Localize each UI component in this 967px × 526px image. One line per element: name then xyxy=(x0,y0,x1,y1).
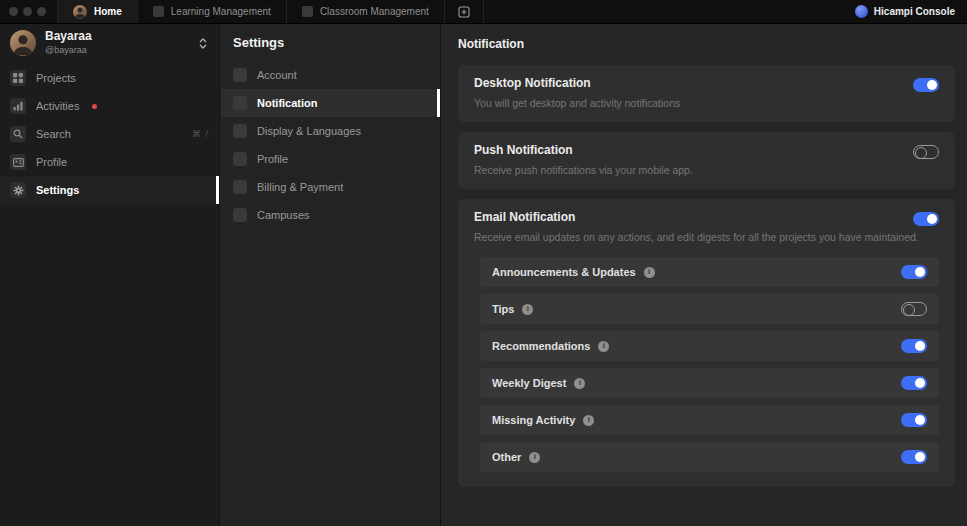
email-notification-options: Announcements & Updates Tips Recommendat… xyxy=(480,257,939,472)
card-title: Push Notification xyxy=(474,143,939,157)
row-recommendations: Recommendations xyxy=(480,331,939,361)
sidebar-item-label: Profile xyxy=(36,156,67,168)
settings-nav-item-label: Profile xyxy=(257,153,288,165)
notification-badge-dot xyxy=(92,104,97,109)
missing-activity-toggle[interactable] xyxy=(901,413,927,427)
row-tips: Tips xyxy=(480,294,939,324)
console-button[interactable]: Hicampi Console xyxy=(843,0,967,23)
settings-gear-icon xyxy=(10,182,26,198)
user-meta: Bayaraa @bayaraa xyxy=(45,30,92,55)
option-label: Announcements & Updates xyxy=(492,266,636,278)
settings-nav: Settings Account Notification Display & … xyxy=(221,24,441,526)
sidebar-item-label: Search xyxy=(36,128,71,140)
workspace-icon xyxy=(302,6,313,17)
sidebar-item-profile[interactable]: Profile xyxy=(0,148,219,176)
option-label: Recommendations xyxy=(492,340,590,352)
sidebar-item-label: Settings xyxy=(36,184,79,196)
settings-cards: Desktop Notification You will get deskto… xyxy=(442,65,967,487)
sidebar-item-label: Projects xyxy=(36,72,76,84)
settings-nav-title: Settings xyxy=(221,24,440,61)
sidebar-item-search[interactable]: Search ⌘ / xyxy=(0,120,219,148)
info-icon[interactable] xyxy=(644,267,655,278)
tips-toggle[interactable] xyxy=(901,302,927,316)
console-label: Hicampi Console xyxy=(874,6,955,17)
sidebar-item-label: Activities xyxy=(36,100,79,112)
card-description: Receive push notifications via your mobi… xyxy=(474,164,939,176)
settings-nav-item-account[interactable]: Account xyxy=(221,61,440,89)
search-shortcut: ⌘ / xyxy=(192,129,209,139)
hicampi-logo-icon xyxy=(855,5,868,18)
info-icon[interactable] xyxy=(574,378,585,389)
settings-nav-item-profile[interactable]: Profile xyxy=(221,145,440,173)
push-notification-toggle[interactable] xyxy=(913,145,939,159)
page-title: Notification xyxy=(442,24,967,65)
info-icon[interactable] xyxy=(598,341,609,352)
card-description: You will get desktop and activity notifi… xyxy=(474,97,939,109)
window-controls xyxy=(0,0,57,23)
announcements-updates-toggle[interactable] xyxy=(901,265,927,279)
info-icon[interactable] xyxy=(529,452,540,463)
app-window: Home Learning Management Classroom Manag… xyxy=(0,0,967,526)
settings-nav-item-campuses[interactable]: Campuses xyxy=(221,201,440,229)
recommendations-toggle[interactable] xyxy=(901,339,927,353)
tab-label: Classroom Management xyxy=(320,6,429,17)
settings-nav-item-label: Display & Languages xyxy=(257,125,361,137)
account-icon xyxy=(233,68,247,82)
plus-icon xyxy=(458,6,470,18)
user-avatar-icon xyxy=(73,5,87,19)
settings-nav-item-billing-payment[interactable]: Billing & Payment xyxy=(221,173,440,201)
search-icon xyxy=(10,126,26,142)
option-label: Missing Activity xyxy=(492,414,575,426)
display-languages-icon xyxy=(233,124,247,138)
row-other: Other xyxy=(480,442,939,472)
info-icon[interactable] xyxy=(583,415,594,426)
profile-icon xyxy=(10,154,26,170)
chevron-up-down-icon[interactable] xyxy=(197,36,209,51)
tab-label: Learning Management xyxy=(171,6,271,17)
tab-learning-management[interactable]: Learning Management xyxy=(137,0,286,23)
avatar xyxy=(10,30,36,56)
option-label: Other xyxy=(492,451,521,463)
window-control-dot[interactable] xyxy=(37,7,46,16)
billing-payment-icon xyxy=(233,180,247,194)
campuses-icon xyxy=(233,208,247,222)
weekly-digest-toggle[interactable] xyxy=(901,376,927,390)
row-missing-activity: Missing Activity xyxy=(480,405,939,435)
topbar: Home Learning Management Classroom Manag… xyxy=(0,0,967,24)
sidebar-item-projects[interactable]: Projects xyxy=(0,64,219,92)
info-icon[interactable] xyxy=(522,304,533,315)
window-control-dot[interactable] xyxy=(23,7,32,16)
settings-nav-item-label: Account xyxy=(257,69,297,81)
sidebar-item-activities[interactable]: Activities xyxy=(0,92,219,120)
notification-icon xyxy=(233,96,247,110)
sidebar: Bayaraa @bayaraa Projects xyxy=(0,24,220,526)
card-email-notification: Email Notification Receive email updates… xyxy=(458,199,955,487)
window-control-dot[interactable] xyxy=(9,7,18,16)
card-title: Email Notification xyxy=(474,210,939,224)
email-notification-toggle[interactable] xyxy=(913,212,939,226)
settings-nav-item-label: Campuses xyxy=(257,209,310,221)
card-push-notification: Push Notification Receive push notificat… xyxy=(458,132,955,189)
user-handle: @bayaraa xyxy=(45,45,92,55)
desktop-notification-toggle[interactable] xyxy=(913,78,939,92)
user-switcher[interactable]: Bayaraa @bayaraa xyxy=(0,24,219,64)
settings-nav-item-display-languages[interactable]: Display & Languages xyxy=(221,117,440,145)
other-toggle[interactable] xyxy=(901,450,927,464)
activities-icon xyxy=(10,98,26,114)
card-title: Desktop Notification xyxy=(474,76,939,90)
settings-nav-item-notification[interactable]: Notification xyxy=(221,89,440,117)
notification-settings-panel: Notification Desktop Notification You wi… xyxy=(442,24,967,526)
card-description: Receive email updates on any actions, an… xyxy=(474,231,939,243)
row-announcements-updates: Announcements & Updates xyxy=(480,257,939,287)
sidebar-item-settings[interactable]: Settings xyxy=(0,176,219,204)
settings-nav-item-label: Billing & Payment xyxy=(257,181,343,193)
card-desktop-notification: Desktop Notification You will get deskto… xyxy=(458,65,955,122)
tab-classroom-management[interactable]: Classroom Management xyxy=(286,0,444,23)
new-tab-button[interactable] xyxy=(444,0,484,23)
tab-home[interactable]: Home xyxy=(57,0,137,23)
option-label: Weekly Digest xyxy=(492,377,566,389)
tab-label: Home xyxy=(94,6,122,17)
row-weekly-digest: Weekly Digest xyxy=(480,368,939,398)
option-label: Tips xyxy=(492,303,514,315)
projects-icon xyxy=(10,70,26,86)
